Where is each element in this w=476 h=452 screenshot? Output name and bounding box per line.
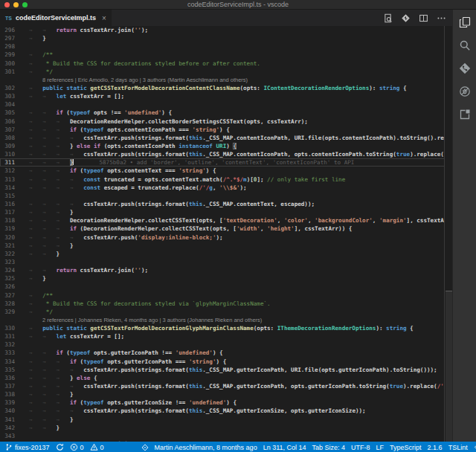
code-line[interactable]: 304 (0, 100, 452, 109)
code-line[interactable]: 303→→let cssTextArr = []; (0, 92, 452, 100)
code-line[interactable]: 320→→→→cssTextArr.push('display:inline-b… (0, 233, 452, 242)
code-line[interactable]: 344→→return cssTextArr.join(''); (0, 440, 452, 442)
open-preview-icon[interactable] (383, 13, 393, 23)
code-line[interactable]: 323 (0, 258, 452, 266)
line-number[interactable]: 304 (0, 100, 15, 109)
editor-scrollbar[interactable] (444, 26, 452, 442)
line-number[interactable]: 312 (0, 167, 15, 175)
line-number[interactable]: 320 (0, 233, 15, 242)
code-line[interactable]: 315 (0, 192, 452, 200)
line-number[interactable]: 336 (0, 374, 15, 382)
line-number[interactable]: 325 (0, 274, 15, 282)
line-number[interactable]: 299 (0, 51, 15, 59)
status-item[interactable]: UTF-8 (351, 444, 370, 451)
debug-icon[interactable] (458, 85, 472, 98)
line-number[interactable]: 317 (0, 208, 15, 216)
code-line[interactable]: 311→→→}5875b0a2 • add 'border', 'outline… (0, 158, 452, 167)
code-line[interactable]: 314→→→→const escaped = truncated.replace… (0, 184, 452, 192)
line-number[interactable]: 321 (0, 242, 15, 250)
code-line[interactable]: 325→} (0, 274, 452, 282)
line-number[interactable]: 337 (0, 382, 15, 390)
line-number[interactable]: 313 (0, 175, 15, 184)
line-number[interactable]: 314 (0, 184, 15, 192)
line-number[interactable]: 332 (0, 340, 15, 349)
code-line[interactable]: 322→→} (0, 250, 452, 258)
code-line[interactable]: 302→public static getCSSTextForModelDeco… (0, 84, 452, 92)
code-line[interactable]: 335→→→→cssTextArr.push(strings.format(th… (0, 366, 452, 374)
code-line[interactable]: 340→→→→cssTextArr.push(strings.format(th… (0, 407, 452, 415)
code-line[interactable]: 317→→→} (0, 208, 452, 216)
open-changes-icon[interactable] (401, 13, 411, 23)
code-line[interactable]: 327→/** (0, 291, 452, 300)
line-number[interactable]: 308 (0, 134, 15, 142)
code-line[interactable]: 312→→→if (typeof opts.contentText === 's… (0, 167, 452, 175)
status-item[interactable]: Ln 311, Col 14 (263, 444, 306, 451)
line-number[interactable]: 309 (0, 142, 15, 150)
code-line[interactable]: 313→→→→const truncated = opts.contentTex… (0, 175, 452, 184)
line-number[interactable]: 297 (0, 34, 15, 42)
line-number[interactable]: 340 (0, 407, 15, 415)
line-number[interactable]: 334 (0, 358, 15, 366)
code-line[interactable]: 306→→→DecorationRenderHelper.collectBord… (0, 117, 452, 126)
code-line[interactable]: 328→ * Build the CSS for decorations sty… (0, 300, 452, 308)
codelens-row[interactable]: 8 references | Eric Amodio, 2 days ago |… (0, 76, 452, 84)
code-line[interactable]: 343 (0, 432, 452, 440)
code-editor[interactable]: 296→→return cssTextArr.join('');297→}298… (0, 26, 452, 442)
code-line[interactable]: 337→→→→cssTextArr.push(strings.format(th… (0, 382, 452, 390)
code-line[interactable]: 308→→→→cssTextArr.push(strings.format(th… (0, 134, 452, 142)
line-number[interactable]: 341 (0, 416, 15, 424)
line-number[interactable]: 342 (0, 424, 15, 432)
code-line[interactable]: 333→→if (typeof opts.gutterIconPath !== … (0, 349, 452, 357)
code-line[interactable]: 319→→→if (DecorationRenderHelper.collect… (0, 225, 452, 233)
code-line[interactable]: 301→ */ (0, 68, 452, 76)
line-number[interactable]: 316 (0, 200, 15, 208)
gitlens-blame-item[interactable]: Martin Aeschlimann, 8 months ago (141, 444, 257, 451)
sync-button[interactable] (56, 443, 64, 451)
line-number[interactable]: 335 (0, 366, 15, 374)
line-number[interactable]: 333 (0, 349, 15, 357)
code-line[interactable]: 330→public static getCSSTextForModelDeco… (0, 324, 452, 332)
status-item[interactable]: Tab Size: 4 (312, 444, 346, 451)
code-line[interactable]: 305→→if (typeof opts !== 'undefined') { (0, 109, 452, 117)
scrollbar-thumb[interactable] (446, 291, 452, 442)
tab-codeEditorServiceImpl[interactable]: TS codeEditorServiceImpl.ts × (0, 10, 112, 26)
code-line[interactable]: 310→→→→cssTextArr.push(strings.format(th… (0, 150, 452, 158)
line-number[interactable]: 339 (0, 398, 15, 407)
line-number[interactable]: 328 (0, 300, 15, 308)
line-number[interactable]: 331 (0, 332, 15, 340)
line-number[interactable]: 338 (0, 390, 15, 398)
extensions-icon[interactable] (458, 108, 472, 121)
line-number[interactable]: 306 (0, 117, 15, 126)
status-item[interactable]: TSLint (448, 444, 468, 451)
status-item[interactable]: LF (376, 444, 385, 451)
code-line[interactable]: 298 (0, 42, 452, 51)
line-number[interactable]: 327 (0, 291, 15, 300)
line-number[interactable]: 302 (0, 84, 15, 92)
code-line[interactable]: 318→→→DecorationRenderHelper.collectCSST… (0, 216, 452, 225)
more-actions-icon[interactable] (437, 13, 446, 23)
line-number[interactable]: 344 (0, 440, 15, 442)
close-tab-icon[interactable]: × (102, 14, 106, 22)
line-number[interactable]: 319 (0, 225, 15, 233)
code-line[interactable]: 297→} (0, 34, 452, 42)
line-number[interactable]: 322 (0, 250, 15, 258)
line-number[interactable]: 307 (0, 126, 15, 134)
code-line[interactable]: 299→/** (0, 51, 452, 59)
line-number[interactable]: 298 (0, 42, 15, 51)
line-number[interactable]: 324 (0, 266, 15, 274)
line-number[interactable]: 329 (0, 308, 15, 316)
git-branch-item[interactable]: fixes-20137 (5, 443, 50, 451)
code-line[interactable]: 336→→→} else { (0, 374, 452, 382)
code-line[interactable]: 339→→→if (typeof opts.gutterIconSize !==… (0, 398, 452, 407)
status-item[interactable]: 2.1.6 (428, 444, 443, 451)
codelens-row[interactable]: 2 references | Johannes Rieken, 4 months… (0, 316, 452, 324)
line-number[interactable]: 301 (0, 68, 15, 76)
eye-icon[interactable] (474, 443, 476, 451)
code-line[interactable]: 321→→→} (0, 242, 452, 250)
files-icon[interactable] (458, 16, 472, 29)
line-number[interactable]: 296 (0, 26, 15, 34)
code-line[interactable]: 342→→} (0, 424, 452, 432)
line-number[interactable]: 310 (0, 150, 15, 158)
code-line[interactable]: 300→ * Build the CSS for decorations sty… (0, 59, 452, 68)
line-number[interactable]: 311 (0, 158, 15, 167)
